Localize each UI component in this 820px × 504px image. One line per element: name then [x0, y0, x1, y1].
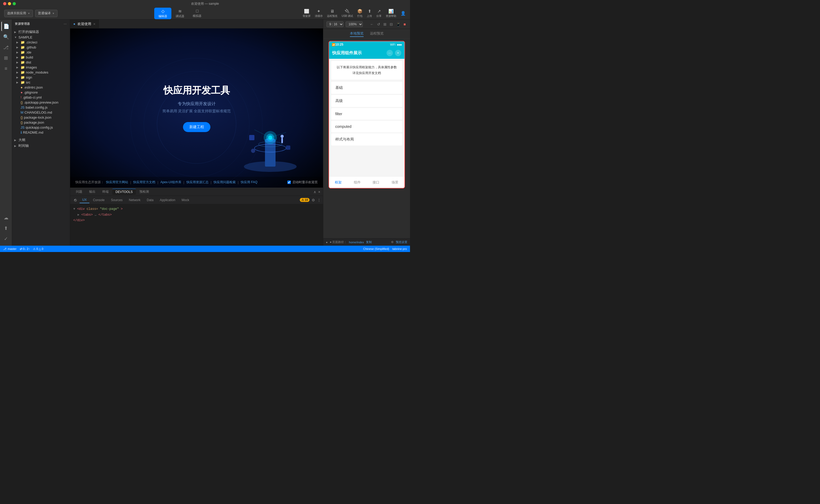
panel-tab-devtools[interactable]: DEVTOOLS: [112, 189, 136, 195]
search-icon-btn[interactable]: 🔍: [1, 32, 11, 42]
preview-layout-btn[interactable]: ⊟: [389, 22, 394, 27]
editor-tab-welcome[interactable]: ● 欢迎使用 ×: [70, 20, 99, 28]
phone-menu-item-layout[interactable]: 样式与布局: [331, 133, 402, 146]
sidebar-item-package[interactable]: {} package.json: [12, 120, 70, 125]
tab-close-btn[interactable]: ×: [93, 22, 95, 26]
sidebar-item-dist[interactable]: ▶ 📁 dist: [12, 60, 70, 65]
devtools-inspect-btn[interactable]: ⎋: [72, 197, 79, 203]
official-docs-link[interactable]: 快应用官方文档: [133, 180, 155, 185]
devtools-tab-console[interactable]: Console: [90, 197, 107, 203]
git-branch-item[interactable]: ⎇ master: [3, 247, 17, 251]
devtools-more-btn[interactable]: ⋮: [317, 198, 321, 202]
local-preview-tab[interactable]: 本地预览: [350, 31, 364, 37]
sidebar-item-gitlab-ci[interactable]: ! .gitlab-ci.yml: [12, 95, 70, 100]
sidebar-item-gitignore[interactable]: ● .gitignore: [12, 90, 70, 95]
usb-debug-action[interactable]: 🔌 USB 调试: [342, 9, 353, 18]
package-action[interactable]: 📦 打包: [357, 9, 363, 18]
apex-ui-link[interactable]: Apex-UI组件库: [160, 180, 181, 185]
sidebar-item-eslintrc[interactable]: ● .eslintrc.json: [12, 85, 70, 90]
panel-tab-problems[interactable]: 问题: [73, 188, 85, 195]
phone-tab-framework[interactable]: 框架: [332, 179, 345, 186]
phone-menu-item-filter[interactable]: filter: [331, 108, 402, 120]
git-icon-btn[interactable]: ⎇: [1, 43, 11, 52]
associate-app-dropdown[interactable]: 选择关联应用 ▼: [4, 10, 33, 17]
devtools-tab-ux[interactable]: UX: [80, 197, 89, 203]
show-on-startup-checkbox[interactable]: 启动时显示欢迎页: [287, 180, 318, 185]
sidebar-item-babel[interactable]: JS babel.config.js: [12, 105, 70, 110]
minimize-button[interactable]: [8, 2, 11, 5]
devtools-tab-data[interactable]: Data: [144, 197, 156, 203]
sidebar-item-changelog[interactable]: M CHANGELOG.md: [12, 110, 70, 115]
sidebar-item-quickapp-preview[interactable]: {} .quickapp.preview.json: [12, 100, 70, 105]
sidebar-item-open-editors[interactable]: ▶ 打开的编辑器: [12, 29, 70, 35]
sidebar-item-quickapp-config[interactable]: JS quickapp.config.js: [12, 125, 70, 130]
phone-tab-api[interactable]: 接口: [369, 179, 383, 186]
sidebar-item-outline[interactable]: ▶ 大纲: [12, 137, 70, 143]
sidebar-item-circleci[interactable]: ▶ 📁 .circleci: [12, 40, 70, 45]
devtools-tab-network[interactable]: Network: [126, 197, 143, 203]
sidebar-item-sign[interactable]: ▶ 📁 sign: [12, 75, 70, 80]
sidebar-item-github[interactable]: ▶ 📁 .github: [12, 45, 70, 50]
skeleton-action[interactable]: ⬜ 骨架屏: [303, 9, 311, 18]
check-icon-btn[interactable]: ✓: [1, 234, 11, 244]
sidebar-more-btn[interactable]: ···: [63, 21, 67, 26]
sidebar-item-timeline[interactable]: ▶ 时间轴: [12, 143, 70, 149]
issues-link[interactable]: 快应用问题检索: [214, 180, 236, 185]
account-action[interactable]: 👤: [401, 11, 406, 16]
preview-device-btn[interactable]: 📱: [395, 22, 402, 27]
faq-link[interactable]: 快应用 FAQ: [241, 180, 257, 185]
copy-path-link[interactable]: 复制: [366, 240, 372, 244]
upload-action[interactable]: ⬆ 上传: [367, 9, 372, 18]
devtools-settings-btn[interactable]: ⚙: [312, 198, 315, 202]
preview-close-btn[interactable]: ■: [403, 22, 407, 27]
devtools-tab-application[interactable]: Application: [157, 197, 178, 203]
sidebar-item-build[interactable]: ▶ 📁 build: [12, 55, 70, 60]
tab-editor[interactable]: ◇ 编辑器: [154, 8, 171, 19]
tab-simulator[interactable]: □ 模拟器: [189, 8, 206, 19]
panel-tab-precheck[interactable]: 预检测: [136, 188, 152, 195]
tab-debug[interactable]: ≋ 调试器: [171, 8, 189, 19]
preview-refresh-btn[interactable]: ↺: [376, 22, 381, 27]
remote-preview-tab[interactable]: 远程预览: [370, 31, 384, 37]
aspect-ratio-select[interactable]: 9 : 16: [326, 21, 344, 27]
sidebar-item-node-modules[interactable]: ▶ 📁 node_modules: [12, 70, 70, 75]
close-button[interactable]: [3, 2, 6, 5]
preview-back-btn[interactable]: ←: [369, 22, 375, 27]
startup-checkbox-input[interactable]: [287, 181, 291, 184]
remote-preview-action[interactable]: 🖥 远程预览: [327, 9, 337, 18]
official-site-link[interactable]: 快应用官方网站: [106, 180, 128, 185]
devtools-tab-mock[interactable]: Mock: [179, 197, 192, 203]
new-project-button[interactable]: 新建工程: [183, 122, 210, 132]
sidebar-item-ide[interactable]: ▶ 📁 .ide: [12, 50, 70, 55]
panel-tab-terminal[interactable]: 终端: [99, 188, 112, 195]
share-action[interactable]: ↗ 分享: [376, 9, 382, 18]
phone-menu-item-advanced[interactable]: 高级: [331, 95, 402, 107]
preview-grid-btn[interactable]: ⊞: [382, 22, 388, 27]
expand-icon[interactable]: ▶: [78, 213, 79, 217]
cloud-icon-btn[interactable]: ☁: [1, 213, 11, 222]
panel-collapse-btn[interactable]: ∧: [313, 190, 316, 194]
sidebar-item-sample[interactable]: ▼ SAMPLE: [12, 35, 70, 40]
panel-close-btn[interactable]: ×: [318, 190, 320, 194]
phone-tab-scene[interactable]: 场景: [388, 179, 402, 186]
phone-tab-component[interactable]: 组件: [351, 179, 364, 186]
resources-link[interactable]: 快应用资源汇总: [186, 180, 209, 185]
extensions-icon-btn[interactable]: ⊞: [1, 53, 11, 63]
phone-more-btn[interactable]: ···: [387, 50, 393, 56]
sync-status-item[interactable]: ⇄ 0↓ 2↑: [20, 247, 30, 251]
expand-icon[interactable]: ▼: [73, 207, 75, 211]
preview-settings-link[interactable]: 预览设置: [396, 240, 407, 244]
phone-close-btn[interactable]: ×: [395, 50, 401, 56]
sidebar-item-src[interactable]: ▶ 📁 src: [12, 80, 70, 85]
zoom-select[interactable]: 100%: [346, 21, 363, 27]
phone-menu-item-computed[interactable]: computed: [331, 121, 402, 132]
sidebar-item-package-lock[interactable]: {} package-lock.json: [12, 115, 70, 120]
devtools-tab-sources[interactable]: Sources: [108, 197, 125, 203]
explorer-icon-btn[interactable]: 📄: [1, 22, 11, 31]
warnings-item[interactable]: ⚠ 0 △ 0: [33, 247, 43, 251]
deploy-icon-btn[interactable]: ⬆: [1, 224, 11, 233]
layers-icon-btn[interactable]: ≡: [1, 64, 11, 73]
sidebar-item-readme[interactable]: ℹ README.md: [12, 130, 70, 135]
clear-cache-action[interactable]: ✦ 清缓存: [315, 9, 323, 18]
compile-mode-dropdown[interactable]: 普通编译 ▼: [35, 10, 57, 17]
